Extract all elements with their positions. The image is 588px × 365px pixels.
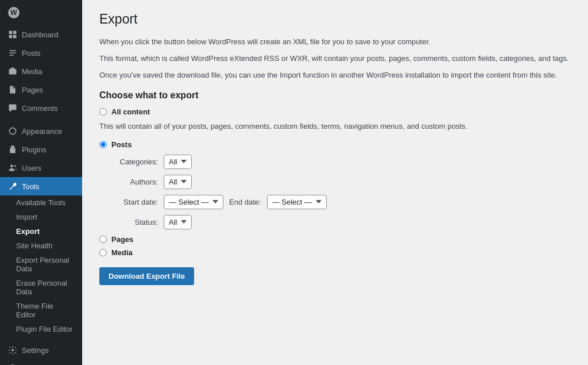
tools-icon	[8, 182, 17, 191]
sidebar-item-label: Media	[22, 67, 42, 76]
sidebar-item-dashboard[interactable]: Dashboard	[0, 25, 82, 44]
submenu-export-personal[interactable]: Export Personal Data	[0, 253, 82, 276]
authors-label: Authors:	[112, 178, 158, 186]
sidebar-item-plugins[interactable]: Plugins	[0, 140, 82, 159]
sidebar-item-label: Pages	[22, 86, 43, 94]
submenu-import[interactable]: Import	[0, 210, 82, 224]
submenu-label: Erase Personal Data	[16, 279, 74, 296]
description-3: Once you've saved the download file, you…	[99, 70, 571, 82]
sidebar-item-posts[interactable]: Posts	[0, 44, 82, 62]
pages-option: Pages	[99, 235, 571, 244]
categories-select[interactable]: All	[164, 155, 192, 169]
media-label[interactable]: Media	[111, 248, 133, 257]
sidebar: W Dashboard Posts Media Pages Comments A…	[0, 0, 82, 365]
page-title: Export	[99, 11, 571, 27]
sidebar-item-label: Users	[22, 164, 41, 172]
description-2: This format, which is called WordPress e…	[99, 53, 571, 65]
submenu-label: Available Tools	[16, 198, 65, 207]
all-content-label[interactable]: All content	[111, 107, 150, 116]
plugins-icon	[8, 145, 17, 154]
dashboard-icon	[8, 30, 17, 39]
authors-select[interactable]: All	[164, 175, 192, 189]
sidebar-logo: W	[0, 0, 82, 25]
submenu-erase-personal[interactable]: Erase Personal Data	[0, 276, 82, 299]
sidebar-item-collapse[interactable]: Collapse menu	[0, 359, 82, 365]
sidebar-item-pages[interactable]: Pages	[0, 80, 82, 99]
svg-point-5	[9, 128, 16, 134]
svg-point-8	[14, 165, 16, 167]
svg-rect-2	[9, 35, 13, 39]
sidebar-item-label: Posts	[22, 49, 41, 57]
submenu-label: Import	[16, 213, 37, 221]
posts-icon	[8, 48, 17, 57]
comments-icon	[8, 103, 17, 113]
media-option: Media	[99, 248, 571, 257]
main-content: Export When you click the button below W…	[82, 0, 588, 365]
posts-radio[interactable]	[99, 141, 107, 148]
description-1: When you click the button below WordPres…	[99, 36, 571, 48]
svg-rect-4	[9, 69, 17, 75]
sidebar-item-label: Comments	[22, 104, 58, 113]
status-label: Status:	[112, 218, 158, 226]
status-select[interactable]: All	[164, 215, 192, 229]
svg-rect-6	[11, 146, 14, 148]
svg-rect-1	[13, 31, 17, 34]
submenu-theme-editor[interactable]: Theme File Editor	[0, 299, 82, 322]
pages-radio[interactable]	[99, 236, 107, 243]
sidebar-item-comments[interactable]: Comments	[0, 99, 82, 117]
sidebar-item-label: Dashboard	[22, 30, 59, 39]
media-icon	[8, 67, 17, 76]
submenu-available-tools[interactable]: Available Tools	[0, 195, 82, 210]
end-date-label: End date:	[229, 198, 261, 206]
submenu-label: Export Personal Data	[16, 256, 74, 273]
authors-row: Authors: All	[112, 175, 571, 189]
sidebar-item-media[interactable]: Media	[0, 62, 82, 80]
posts-label[interactable]: Posts	[111, 140, 131, 149]
submenu-label: Export	[16, 227, 40, 236]
svg-point-7	[10, 164, 13, 167]
sidebar-item-label: Appearance	[22, 127, 62, 136]
submenu-label: Theme File Editor	[16, 302, 74, 319]
posts-suboptions: Categories: All Authors: All Start date:…	[112, 155, 571, 229]
all-content-subtext: This will contain all of your posts, pag…	[99, 121, 571, 132]
sidebar-item-appearance[interactable]: Appearance	[0, 122, 82, 140]
media-radio[interactable]	[99, 249, 107, 256]
categories-label: Categories:	[112, 157, 158, 166]
svg-point-9	[11, 349, 14, 351]
submenu-label: Site Health	[16, 241, 53, 250]
sidebar-item-label: Tools	[22, 182, 39, 191]
date-row: Start date: — Select — End date: — Selec…	[112, 195, 571, 209]
download-export-button[interactable]: Download Export File	[99, 267, 194, 285]
end-date-select[interactable]: — Select —	[267, 195, 327, 209]
start-date-select[interactable]: — Select —	[164, 195, 223, 209]
sidebar-item-label: Plugins	[22, 145, 47, 154]
all-content-option: All content	[99, 107, 571, 116]
sidebar-item-tools[interactable]: Tools	[0, 177, 82, 195]
submenu-plugin-editor[interactable]: Plugin File Editor	[0, 322, 82, 336]
sidebar-item-settings[interactable]: Settings	[0, 341, 82, 359]
wordpress-logo: W	[8, 7, 20, 18]
sidebar-item-users[interactable]: Users	[0, 159, 82, 177]
appearance-icon	[8, 126, 17, 136]
svg-rect-3	[13, 35, 17, 39]
posts-option: Posts	[99, 140, 571, 149]
submenu-site-health[interactable]: Site Health	[0, 239, 82, 253]
pages-icon	[8, 85, 17, 94]
settings-icon	[8, 345, 17, 355]
svg-rect-0	[9, 31, 13, 34]
all-content-radio[interactable]	[99, 108, 107, 116]
pages-label[interactable]: Pages	[111, 235, 133, 244]
users-icon	[8, 163, 17, 172]
submenu-label: Plugin File Editor	[16, 325, 72, 333]
submenu-export[interactable]: Export	[0, 224, 82, 239]
start-date-label: Start date:	[112, 198, 158, 206]
categories-row: Categories: All	[112, 155, 571, 169]
choose-export-title: Choose what to export	[99, 90, 571, 101]
status-row: Status: All	[112, 215, 571, 229]
sidebar-item-label: Settings	[22, 346, 49, 355]
